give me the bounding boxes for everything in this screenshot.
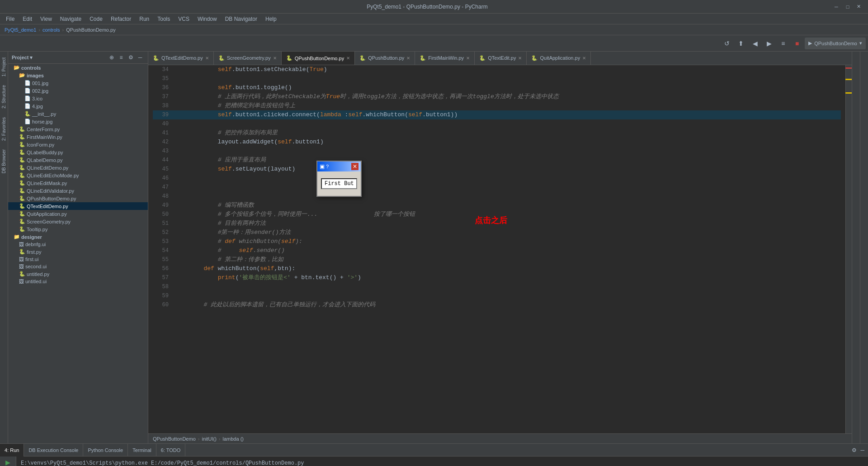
sidebar-tab-project[interactable]: 1: Project: [0, 54, 7, 80]
run-config-dropdown[interactable]: ▶ QPushButtonDemo ▾: [805, 38, 866, 49]
breadcrumb-project[interactable]: PyQt5_demo1: [5, 27, 36, 33]
tree-item[interactable]: 🐍FirstMainWin.py: [8, 133, 148, 141]
tree-item[interactable]: 🐍ScreenGeometry.py: [8, 218, 148, 225]
toolbar-more-button[interactable]: ≡: [777, 37, 789, 50]
code-content[interactable]: 34 self.button1.setCheckable(True)3536 s…: [148, 65, 845, 433]
tree-item[interactable]: 🐍first.py: [8, 248, 148, 256]
menu-item-help[interactable]: Help: [262, 15, 280, 23]
code-text: # 把控件添加到布局里: [175, 128, 841, 138]
menu-item-code[interactable]: Code: [86, 15, 106, 23]
run-tab-Python-Console[interactable]: Python Console: [83, 444, 128, 456]
run-tab-4:-Run[interactable]: 4: Run: [0, 444, 24, 456]
run-settings-button[interactable]: ⚙: [852, 447, 857, 453]
tree-item[interactable]: 🐍QLineEditMask.py: [8, 179, 148, 187]
code-line: 46: [153, 174, 841, 183]
run-tab-DB-Execution-Console[interactable]: DB Execution Console: [24, 444, 83, 456]
tree-item[interactable]: 🐍IconForm.py: [8, 141, 148, 148]
tab-close[interactable]: ✕: [346, 56, 350, 61]
tab-icon: 🐍: [420, 55, 426, 61]
dialog-close-button[interactable]: ✕: [351, 163, 359, 170]
tree-item[interactable]: 🖼first.ui: [8, 256, 148, 263]
menu-item-refactor[interactable]: Refactor: [107, 15, 135, 23]
menu-item-db navigator[interactable]: DB Navigator: [222, 15, 261, 23]
tree-item[interactable]: 🐍QLineEditDemo.py: [8, 164, 148, 171]
tree-item[interactable]: 📁designer: [8, 233, 148, 241]
line-number: 37: [153, 92, 169, 101]
tab-QPushButtonpy[interactable]: 🐍QPushButton.py✕: [355, 52, 415, 65]
tree-item[interactable]: 🐍QLabelBuddy.py: [8, 148, 148, 156]
dialog: ▣ ? ✕: [316, 161, 362, 197]
tab-icon: 🐍: [479, 55, 486, 61]
tab-QuitApplicationpy[interactable]: 🐍QuitApplication.py✕: [527, 52, 591, 65]
code-text: # 此处以后的脚本遗留，已有自己单独运行，才会进入下面的代码: [175, 300, 841, 309]
tree-item[interactable]: 🐍__init__.py: [8, 110, 148, 118]
menu-item-window[interactable]: Window: [194, 15, 221, 23]
tree-item[interactable]: 🐍QTextEditDemo.py: [8, 202, 148, 210]
toolbar-stop-button[interactable]: ■: [791, 37, 803, 50]
toolbar-update-button[interactable]: ⬆: [735, 37, 747, 50]
tree-item[interactable]: 🐍untitled.py: [8, 270, 148, 278]
tab-QTextEditDemopy[interactable]: 🐍QTextEditDemo.py✕: [148, 52, 214, 65]
tree-item[interactable]: 📂controls: [8, 64, 148, 71]
tree-item[interactable]: 📄4.jpg: [8, 102, 148, 110]
tree-item[interactable]: 🐍CenterForm.py: [8, 125, 148, 133]
menu-item-vcs[interactable]: VCS: [175, 15, 193, 23]
tree-item[interactable]: 🖼second.ui: [8, 263, 148, 270]
line-number: 52: [153, 228, 169, 237]
sidebar-tab-favorites[interactable]: 2: Favorites: [0, 114, 7, 144]
menu-item-file[interactable]: File: [2, 15, 18, 23]
tree-item[interactable]: 🐍QuitApplication.py: [8, 210, 148, 218]
menu-item-run[interactable]: Run: [136, 15, 153, 23]
run-play-button[interactable]: ▶: [5, 459, 10, 466]
tree-item[interactable]: 📄3.ico: [8, 95, 148, 102]
minimize-button[interactable]: ─: [832, 2, 841, 11]
dialog-input[interactable]: [321, 178, 357, 189]
tab-close[interactable]: ✕: [466, 56, 470, 61]
tab-close[interactable]: ✕: [273, 56, 277, 61]
tree-item[interactable]: 🐍Tooltip.py: [8, 225, 148, 233]
tree-item[interactable]: 📄001.jpg: [8, 79, 148, 87]
project-locate-button[interactable]: ⊕: [108, 53, 116, 62]
project-close-button[interactable]: ─: [136, 53, 144, 62]
tree-item[interactable]: 🖼untitled.ui: [8, 278, 148, 285]
maximize-button[interactable]: □: [843, 2, 852, 11]
tree-item[interactable]: 🐍QLabelDemo.py: [8, 156, 148, 164]
sidebar-tab-structure[interactable]: 2: Structure: [0, 81, 7, 112]
toolbar-forward-button[interactable]: ▶: [763, 37, 775, 50]
tab-QTextEditpy[interactable]: 🐍QTextEdit.py✕: [475, 52, 527, 65]
tree-item[interactable]: 🐍QLineEditValidator.py: [8, 187, 148, 195]
tree-item[interactable]: 📄horse.jpg: [8, 118, 148, 125]
tab-close[interactable]: ✕: [406, 56, 410, 61]
menu-item-edit[interactable]: Edit: [19, 15, 36, 23]
tree-item[interactable]: 🐍QLineEditEchoMode.py: [8, 171, 148, 179]
tree-item[interactable]: 📄002.jpg: [8, 87, 148, 95]
cb-part2: initUI(): [202, 436, 216, 442]
code-line: 38 # 把槽绑定到单击按钮信号上: [153, 101, 841, 110]
line-number: 45: [153, 165, 169, 174]
tab-close[interactable]: ✕: [518, 56, 522, 61]
tab-close[interactable]: ✕: [582, 56, 586, 61]
cb-part3: lambda (): [223, 436, 244, 442]
run-minimize-button[interactable]: ─: [860, 447, 864, 453]
editor-scrollbar[interactable]: [845, 65, 852, 433]
sidebar-tab-db-browser[interactable]: DB Browser: [0, 146, 7, 177]
menu-item-view[interactable]: View: [37, 15, 56, 23]
project-expand-button[interactable]: ≡: [117, 53, 125, 62]
run-tab-Terminal[interactable]: Terminal: [128, 444, 156, 456]
run-tab-6:-TODO[interactable]: 6: TODO: [156, 444, 186, 456]
project-panel: Project ▾ ⊕ ≡ ⚙ ─ 📂controls📂images📄001.j…: [8, 52, 148, 443]
menu-item-navigate[interactable]: Navigate: [57, 15, 85, 23]
tree-item[interactable]: 🖼debnfg.ui: [8, 241, 148, 248]
toolbar-rerun-button[interactable]: ↺: [721, 37, 733, 50]
tab-QPushButtonDemopy[interactable]: 🐍QPushButtonDemo.py✕: [282, 52, 355, 65]
close-button[interactable]: ✕: [854, 2, 863, 11]
tab-ScreenGeometrypy[interactable]: 🐍ScreenGeometry.py✕: [214, 52, 282, 65]
menu-item-tools[interactable]: Tools: [154, 15, 174, 23]
tab-FirstMainWinpy[interactable]: 🐍FirstMainWin.py✕: [415, 52, 475, 65]
breadcrumb-folder[interactable]: controls: [42, 27, 60, 33]
tree-item[interactable]: 📂images: [8, 71, 148, 79]
toolbar-back-button[interactable]: ◀: [749, 37, 761, 50]
tree-item[interactable]: 🐍QPushButtonDemo.py: [8, 195, 148, 202]
project-settings-button[interactable]: ⚙: [127, 53, 135, 62]
tab-close[interactable]: ✕: [205, 56, 209, 61]
